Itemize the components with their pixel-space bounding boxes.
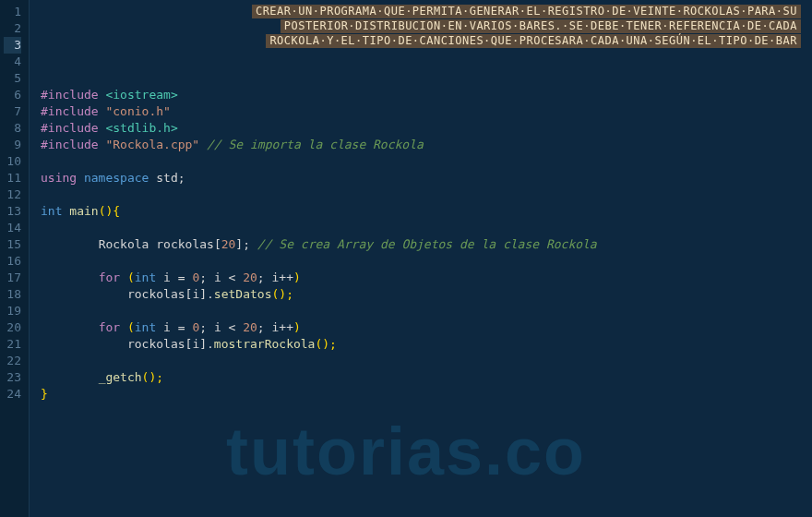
code-area[interactable]: CREAR·UN·PROGRAMA·QUE·PERMITA·GENERAR·EL… — [30, 0, 812, 517]
line-number[interactable]: 4 — [4, 54, 21, 70]
code-line[interactable] — [41, 186, 812, 203]
code-line[interactable]: #include <iostream> — [41, 87, 812, 103]
line-number[interactable]: 15 — [4, 236, 21, 253]
line-number[interactable]: 1 — [4, 4, 21, 20]
code-line[interactable]: #include <stdlib.h> — [41, 120, 812, 137]
code-line[interactable]: rockolas[i].setDatos(); — [41, 286, 812, 303]
code-line[interactable]: } — [41, 386, 812, 403]
code-line[interactable]: rockolas[i].mostrarRockola(); — [41, 336, 812, 353]
code-line[interactable]: _getch(); — [41, 369, 812, 386]
code-line[interactable] — [41, 54, 812, 70]
line-number[interactable]: 24 — [4, 386, 21, 403]
line-number[interactable]: 14 — [4, 220, 21, 236]
line-gutter: 123456789101112131415161718192021222324 — [0, 0, 30, 517]
code-line[interactable] — [41, 303, 812, 319]
code-line[interactable] — [41, 253, 812, 270]
code-line[interactable]: #include "conio.h" — [41, 103, 812, 120]
line-number[interactable]: 6 — [4, 87, 21, 103]
code-editor: 123456789101112131415161718192021222324 … — [0, 0, 812, 517]
code-line[interactable]: for (int i = 0; i < 20; i++) — [41, 319, 812, 336]
line-number[interactable]: 12 — [4, 186, 21, 203]
code-line[interactable]: int main(){ — [41, 203, 812, 220]
line-number[interactable]: 23 — [4, 369, 21, 386]
banner-line-2: POSTERIOR·DISTRIBUCION·EN·VARIOS·BARES.·… — [281, 19, 801, 33]
line-number[interactable]: 18 — [4, 286, 21, 303]
line-number[interactable]: 11 — [4, 170, 21, 186]
banner-block: CREAR·UN·PROGRAMA·QUE·PERMITA·GENERAR·EL… — [252, 4, 801, 48]
line-number[interactable]: 19 — [4, 303, 21, 319]
code-line[interactable]: #include "Rockola.cpp" // Se importa la … — [41, 137, 812, 153]
line-number[interactable]: 3 — [4, 37, 21, 54]
line-number[interactable]: 10 — [4, 153, 21, 170]
code-line[interactable] — [41, 70, 812, 87]
line-number[interactable]: 5 — [4, 70, 21, 87]
line-number[interactable]: 9 — [4, 137, 21, 153]
line-number[interactable]: 21 — [4, 336, 21, 353]
code-line[interactable]: using namespace std; — [41, 170, 812, 186]
code-line[interactable] — [41, 153, 812, 170]
line-number[interactable]: 2 — [4, 20, 21, 37]
line-number[interactable]: 22 — [4, 353, 21, 369]
line-number[interactable]: 17 — [4, 270, 21, 286]
banner-line-3: ROCKOLA·Y·EL·TIPO·DE·CANCIONES·QUE·PROCE… — [266, 34, 801, 48]
code-line[interactable] — [41, 220, 812, 236]
line-number[interactable]: 8 — [4, 120, 21, 137]
code-line[interactable]: Rockola rockolas[20]; // Se crea Array d… — [41, 236, 812, 253]
line-number[interactable]: 20 — [4, 319, 21, 336]
line-number[interactable]: 7 — [4, 103, 21, 120]
line-number[interactable]: 16 — [4, 253, 21, 270]
line-number[interactable]: 13 — [4, 203, 21, 220]
banner-line-1: CREAR·UN·PROGRAMA·QUE·PERMITA·GENERAR·EL… — [252, 5, 801, 18]
code-line[interactable]: for (int i = 0; i < 20; i++) — [41, 270, 812, 286]
code-line[interactable] — [41, 353, 812, 369]
